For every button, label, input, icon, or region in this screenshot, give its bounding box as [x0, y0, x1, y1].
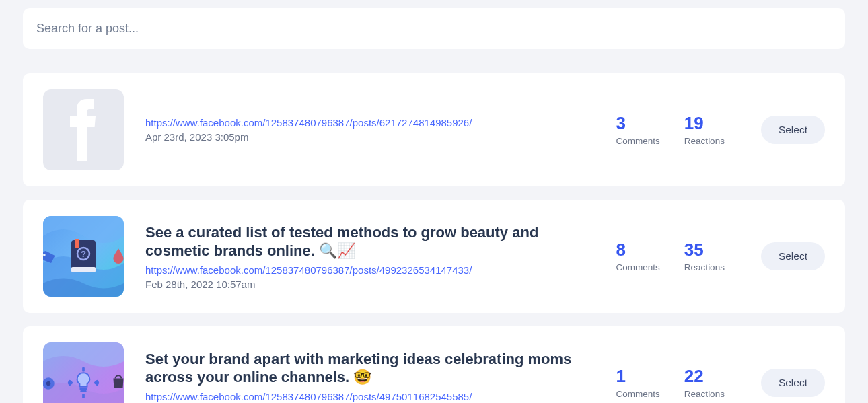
- lightbulb-icon: [67, 365, 100, 400]
- post-info: See a curated list of tested methods to …: [124, 223, 616, 290]
- stat-comments: 1 Comments: [616, 367, 660, 400]
- svg-rect-17: [79, 387, 87, 390]
- svg-rect-18: [80, 390, 86, 392]
- svg-rect-10: [82, 394, 85, 398]
- reactions-count: 22: [684, 367, 725, 387]
- post-thumbnail: [43, 89, 124, 170]
- search-container[interactable]: [23, 8, 845, 49]
- post-thumbnail: ?: [43, 216, 124, 297]
- post-thumbnail: [43, 342, 124, 403]
- reactions-label: Reactions: [684, 136, 725, 146]
- select-button[interactable]: Select: [761, 369, 825, 397]
- post-stats: 3 Comments 19 Reactions: [616, 114, 725, 147]
- search-input[interactable]: [36, 15, 832, 42]
- svg-rect-9: [82, 367, 85, 371]
- reactions-label: Reactions: [684, 389, 725, 399]
- post-url-link[interactable]: https://www.facebook.com/125837480796387…: [145, 117, 472, 129]
- post-date: Feb 28th, 2022 10:57am: [145, 279, 603, 290]
- reactions-count: 35: [684, 240, 725, 260]
- bag-icon: [110, 373, 124, 391]
- post-title: Set your brand apart with marketing idea…: [145, 350, 603, 387]
- post-card: https://www.facebook.com/125837480796387…: [23, 73, 845, 186]
- svg-text:?: ?: [81, 249, 86, 259]
- stat-reactions: 22 Reactions: [684, 367, 725, 400]
- svg-rect-2: [71, 267, 96, 272]
- book-icon: ?: [67, 239, 100, 274]
- drop-icon: [110, 247, 124, 264]
- post-info: https://www.facebook.com/125837480796387…: [124, 117, 616, 143]
- post-card: Set your brand apart with marketing idea…: [23, 326, 845, 403]
- post-card: ? See a curated list of tested methods t…: [23, 200, 845, 313]
- post-stats: 8 Comments 35 Reactions: [616, 240, 725, 273]
- reactions-count: 19: [684, 114, 725, 134]
- comments-label: Comments: [616, 262, 660, 272]
- post-stats: 1 Comments 22 Reactions: [616, 367, 725, 400]
- stat-reactions: 35 Reactions: [684, 240, 725, 273]
- post-url-link[interactable]: https://www.facebook.com/125837480796387…: [145, 264, 472, 276]
- facebook-icon: [67, 98, 100, 162]
- reactions-label: Reactions: [684, 262, 725, 272]
- select-button[interactable]: Select: [761, 116, 825, 144]
- stat-reactions: 19 Reactions: [684, 114, 725, 147]
- post-date: Apr 23rd, 2023 3:05pm: [145, 131, 603, 143]
- comments-count: 3: [616, 114, 660, 134]
- stat-comments: 3 Comments: [616, 114, 660, 147]
- comments-count: 1: [616, 367, 660, 387]
- comments-label: Comments: [616, 136, 660, 146]
- comments-count: 8: [616, 240, 660, 260]
- comments-label: Comments: [616, 389, 660, 399]
- post-info: Set your brand apart with marketing idea…: [124, 350, 616, 404]
- post-url-link[interactable]: https://www.facebook.com/125837480796387…: [145, 391, 472, 402]
- post-title: See a curated list of tested methods to …: [145, 223, 603, 260]
- stat-comments: 8 Comments: [616, 240, 660, 273]
- select-button[interactable]: Select: [761, 242, 825, 270]
